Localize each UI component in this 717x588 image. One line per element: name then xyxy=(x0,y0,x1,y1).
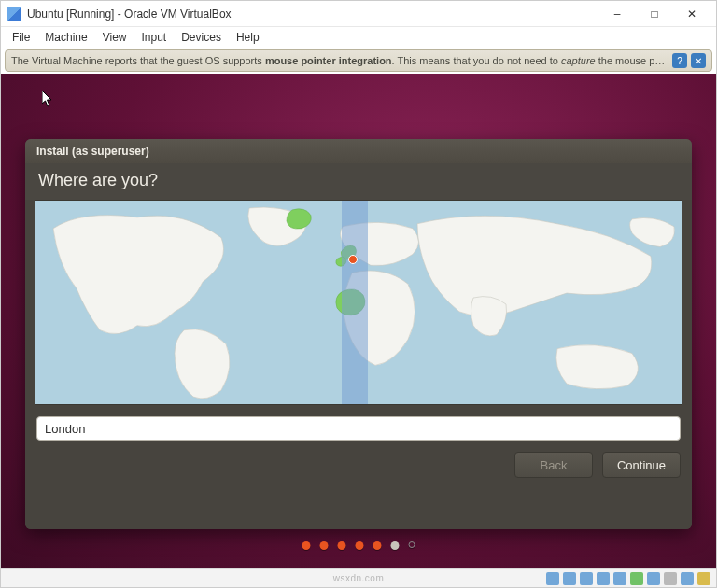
installer-titlebar: Install (as superuser) xyxy=(25,139,692,163)
info-dismiss-icon[interactable]: ✕ xyxy=(691,53,706,68)
integration-info-text: The Virtual Machine reports that the gue… xyxy=(11,55,668,66)
maximize-button[interactable]: □ xyxy=(636,3,673,25)
menu-bar: File Machine View Input Devices Help xyxy=(1,27,716,48)
window-titlebar: Ubuntu [Running] - Oracle VM VirtualBox … xyxy=(1,1,716,27)
installer-body: Back Continue xyxy=(25,200,692,529)
menu-machine[interactable]: Machine xyxy=(39,29,92,46)
status-audio-icon[interactable] xyxy=(580,572,593,585)
integration-info-bar: The Virtual Machine reports that the gue… xyxy=(5,49,712,72)
timezone-map[interactable] xyxy=(35,200,682,405)
info-italic: capture xyxy=(561,55,596,66)
close-button[interactable]: ✕ xyxy=(673,3,710,25)
location-pin-icon xyxy=(348,255,358,264)
status-harddisk-icon[interactable] xyxy=(546,572,559,585)
menu-file[interactable]: File xyxy=(7,29,35,46)
status-cpu-icon[interactable] xyxy=(681,572,694,585)
progress-dots xyxy=(302,541,415,550)
installer-heading: Where are you? xyxy=(25,163,692,200)
info-prefix: The Virtual Machine reports that the gue… xyxy=(11,55,265,66)
status-recording-icon[interactable] xyxy=(664,572,677,585)
menu-view[interactable]: View xyxy=(97,29,133,46)
info-help-icon[interactable]: ? xyxy=(672,53,687,68)
window-controls: – □ ✕ xyxy=(598,3,710,25)
status-shared-folders-icon[interactable] xyxy=(630,572,643,585)
timezone-row xyxy=(35,405,682,441)
status-usb-icon[interactable] xyxy=(613,572,626,585)
timezone-input[interactable] xyxy=(36,416,681,441)
progress-dot xyxy=(320,541,329,550)
virtualbox-icon xyxy=(7,7,21,21)
progress-dot xyxy=(356,541,364,550)
continue-button[interactable]: Continue xyxy=(602,452,681,478)
vm-viewport[interactable]: Install (as superuser) Where are you? xyxy=(1,74,716,570)
info-suffix: the mouse pointer to be able to use it i… xyxy=(596,55,668,66)
status-network-icon[interactable] xyxy=(597,572,610,585)
back-button[interactable]: Back xyxy=(514,452,593,478)
watermark-text: wsxdn.com xyxy=(333,573,385,583)
window-title: Ubuntu [Running] - Oracle VM VirtualBox xyxy=(27,7,598,21)
mouse-cursor-icon xyxy=(42,91,53,107)
selected-timezone-band xyxy=(342,201,368,404)
minimize-button[interactable]: – xyxy=(598,3,636,25)
menu-devices[interactable]: Devices xyxy=(176,29,227,46)
status-optical-icon[interactable] xyxy=(563,572,576,585)
installer-button-row: Back Continue xyxy=(35,441,682,478)
info-mid: . This means that you do not need to xyxy=(392,55,561,66)
progress-dot xyxy=(373,541,382,550)
progress-dot-current xyxy=(391,541,400,550)
progress-dot xyxy=(302,541,311,550)
status-hostkey-icon[interactable] xyxy=(697,572,710,585)
progress-dot-upcoming xyxy=(409,541,415,548)
info-bold: mouse pointer integration xyxy=(265,55,392,66)
vm-status-bar: wsxdn.com xyxy=(1,568,716,587)
progress-dot xyxy=(338,541,346,550)
installer-window: Install (as superuser) Where are you? xyxy=(25,139,692,529)
status-display-icon[interactable] xyxy=(647,572,660,585)
menu-help[interactable]: Help xyxy=(231,29,265,46)
menu-input[interactable]: Input xyxy=(136,29,173,46)
